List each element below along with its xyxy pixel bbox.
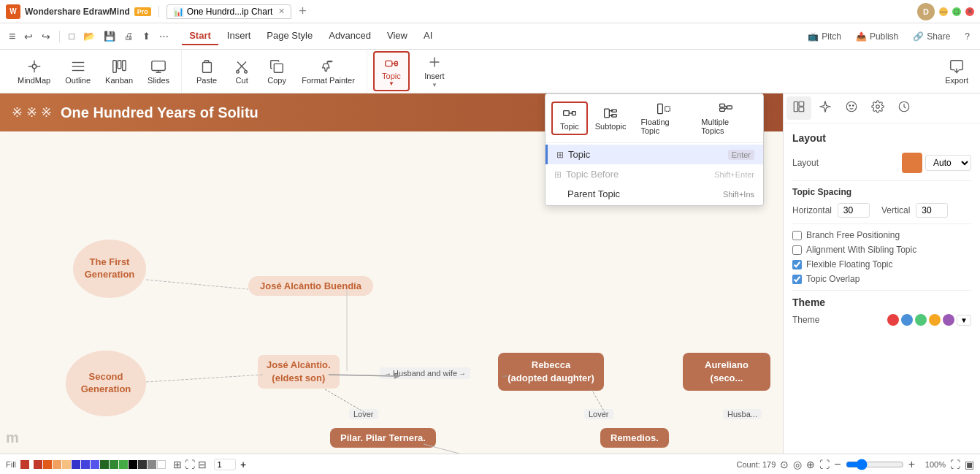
fullscreen-icon[interactable]: ⛶: [185, 459, 195, 470]
first-gen-node[interactable]: The First Generation: [73, 240, 146, 298]
swatch-dark[interactable]: [138, 460, 147, 469]
second-gen-node[interactable]: Second Generation: [66, 351, 146, 416]
topic-sub-btn[interactable]: Topic: [551, 102, 588, 135]
theme-color-3[interactable]: [915, 314, 927, 326]
undo-btn[interactable]: ↩: [21, 29, 36, 44]
right-tab-face[interactable]: [839, 96, 864, 120]
layout-dropdown[interactable]: Auto Left Right: [925, 155, 971, 171]
vertical-input[interactable]: [916, 203, 948, 218]
fit-icon[interactable]: ⊞: [173, 459, 182, 470]
redo-btn[interactable]: ↪: [39, 29, 53, 44]
swatch-red[interactable]: [34, 460, 42, 469]
print-btn[interactable]: 🖨: [121, 29, 137, 43]
copy-btn[interactable]: Copy: [261, 56, 293, 88]
sidebar-toggle-icon[interactable]: ▣: [965, 459, 974, 470]
zoom-fit-icon[interactable]: ⊕: [806, 459, 815, 470]
close-tab-icon[interactable]: ✕: [278, 7, 285, 16]
export-menu-btn[interactable]: ⬆: [139, 29, 153, 43]
parent-topic-item[interactable]: Parent Topic Shift+Ins: [545, 184, 763, 204]
pilar-node[interactable]: Pilar. Pilar Ternera.: [330, 428, 436, 448]
expand-icon[interactable]: ⛶: [950, 459, 960, 470]
fill-color-swatch[interactable]: [20, 460, 29, 469]
paste-btn[interactable]: Paste: [191, 56, 223, 88]
swatch-blue-dark[interactable]: [72, 460, 80, 469]
menu-start[interactable]: Start: [182, 27, 218, 45]
export-btn[interactable]: Export: [939, 56, 974, 88]
zoom-slider[interactable]: [846, 459, 904, 470]
add-tab-btn[interactable]: +: [296, 4, 310, 19]
help-btn[interactable]: ?: [960, 30, 974, 43]
swatch-light-orange[interactable]: [62, 460, 71, 469]
insert-btn[interactable]: Insert ▼: [418, 51, 451, 91]
swatch-orange-dark[interactable]: [43, 460, 52, 469]
multiple-sub-btn[interactable]: Multiple Topics: [694, 99, 757, 138]
theme-more-btn[interactable]: ▼: [957, 315, 971, 326]
right-tab-layout[interactable]: [786, 96, 811, 120]
active-tab[interactable]: 📊 One Hundrd...ip Chart ✕: [166, 4, 291, 19]
kanban-btn[interactable]: Kanban: [99, 56, 139, 88]
share-btn[interactable]: 🔗 Share: [908, 30, 954, 43]
maximize-button[interactable]: □: [952, 7, 961, 16]
floating-sub-btn[interactable]: Floating Topic: [634, 99, 694, 138]
publish-btn[interactable]: 📤 Publish: [851, 30, 903, 43]
save-btn[interactable]: 💾: [101, 29, 118, 43]
branch-free-checkbox[interactable]: [792, 231, 802, 240]
jose-buendia-node[interactable]: José Alcàntio Buendía: [248, 276, 373, 296]
grid-icon[interactable]: ⊟: [198, 459, 207, 470]
alignment-checkbox[interactable]: [792, 245, 802, 255]
topic-btn[interactable]: Topic ▼: [373, 51, 410, 91]
swatch-orange[interactable]: [53, 460, 61, 469]
add-page-btn[interactable]: +: [240, 459, 246, 470]
slides-btn[interactable]: Slides: [142, 56, 175, 88]
subtopic-sub-btn[interactable]: Subtopic: [588, 103, 634, 134]
format-painter-btn[interactable]: Format Painter: [296, 56, 361, 88]
theme-color-4[interactable]: [929, 314, 941, 326]
more-menu-btn[interactable]: ⋯: [156, 29, 172, 43]
swatch-blue[interactable]: [81, 460, 90, 469]
zoom-plus-btn[interactable]: +: [908, 458, 915, 471]
page-number-input[interactable]: [214, 459, 236, 470]
pitch-btn[interactable]: 📺 Pitch: [803, 30, 846, 43]
menu-page-style[interactable]: Page Style: [259, 27, 320, 45]
aureliano-second-node[interactable]: Aureliano (seco...: [683, 353, 770, 391]
minimize-button[interactable]: —: [939, 7, 948, 16]
layout-color-btn[interactable]: [902, 153, 922, 173]
outline-btn[interactable]: Outline: [59, 56, 96, 88]
swatch-green-light[interactable]: [119, 460, 128, 469]
swatch-gray[interactable]: [148, 460, 156, 469]
theme-color-5[interactable]: [943, 314, 954, 326]
menu-insert[interactable]: Insert: [220, 27, 259, 45]
rebecca-node[interactable]: Rebecca (adopted daughter): [498, 353, 604, 391]
right-tab-sparkle[interactable]: [813, 96, 838, 120]
right-tab-gear[interactable]: [865, 96, 890, 120]
swatch-green[interactable]: [110, 460, 118, 469]
flexible-checkbox[interactable]: [792, 260, 802, 270]
theme-color-2[interactable]: [901, 314, 913, 326]
jose-eldest-node[interactable]: José Alcàntio. (eldest son): [258, 355, 340, 389]
menu-view[interactable]: View: [380, 27, 415, 45]
open-btn[interactable]: 📂: [80, 29, 98, 43]
remedios-node[interactable]: Remedios.: [600, 428, 669, 448]
new-btn[interactable]: □: [66, 29, 77, 43]
horizontal-input[interactable]: [838, 203, 870, 218]
user-avatar[interactable]: D: [917, 3, 935, 20]
theme-color-1[interactable]: [887, 314, 899, 326]
zoom-out-icon[interactable]: ⊙: [780, 459, 789, 470]
swatch-black[interactable]: [129, 460, 137, 469]
topic-before-item[interactable]: ⊞ Topic Before Shift+Enter: [545, 164, 763, 184]
swatch-white[interactable]: [157, 460, 166, 469]
cut-btn[interactable]: Cut: [226, 56, 258, 88]
menu-ai[interactable]: AI: [416, 27, 440, 45]
swatch-green-dark[interactable]: [100, 460, 109, 469]
swatch-blue-light[interactable]: [91, 460, 99, 469]
zoom-minus-btn[interactable]: −: [834, 458, 841, 471]
right-tab-clock[interactable]: [892, 96, 916, 120]
collapse-sidebar-btn[interactable]: ≡: [6, 28, 18, 45]
fullscreen-btn[interactable]: ⛶: [819, 459, 830, 470]
zoom-circle-icon[interactable]: ◎: [793, 459, 802, 470]
menu-advanced[interactable]: Advanced: [321, 27, 378, 45]
overlap-checkbox[interactable]: [792, 275, 802, 284]
topic-enter-item[interactable]: ⊞ Topic Enter: [545, 145, 763, 164]
mindmap-btn[interactable]: MindMap: [12, 56, 56, 88]
close-button[interactable]: ✕: [965, 7, 974, 16]
